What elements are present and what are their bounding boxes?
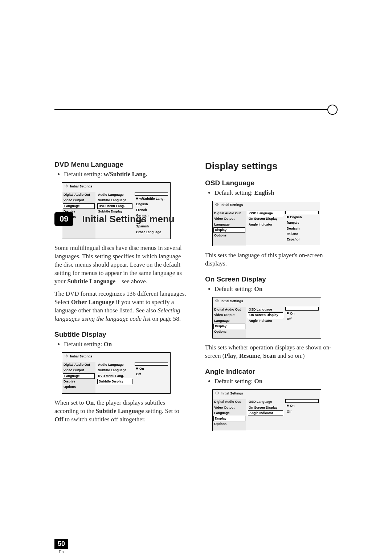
osd-language-heading: OSD Language <box>205 179 338 187</box>
eye-icon <box>215 203 219 207</box>
osd-setting-item: Angle Indicator <box>248 410 283 416</box>
osd-title: Initial Settings <box>62 353 170 362</box>
on-screen-display-heading: On Screen Display <box>205 275 338 283</box>
osd-nav-item: Video Output <box>62 368 95 373</box>
eye-icon <box>64 354 69 358</box>
osd-setting-item: DVD Menu Lang. <box>97 203 132 209</box>
osd-option: Español <box>285 237 321 242</box>
osd-setting-item: On Screen Display <box>247 405 284 410</box>
osd-nav-item: Digital Audio Out <box>62 362 95 368</box>
osd-angle-indicator: Initial SettingsDigital Audio OutVideo O… <box>212 389 321 431</box>
osd-option: On <box>285 311 321 316</box>
osd-nav-item: Language <box>63 203 95 209</box>
svg-point-3 <box>217 300 218 301</box>
osd-option: Italiano <box>285 231 321 237</box>
osd-on-screen-display: Initial SettingsDigital Audio OutVideo O… <box>212 297 321 339</box>
right-column: Display settings OSD Language Default se… <box>205 161 338 436</box>
osd-nav-item: Language <box>63 373 95 379</box>
angle-indicator-heading: Angle Indicator <box>205 368 338 376</box>
chapter-title: Initial Settings menu <box>82 214 174 225</box>
display-settings-heading: Display settings <box>205 161 338 172</box>
osd-nav-item: Language <box>213 222 246 227</box>
osd-setting-item: Audio Language <box>97 362 133 368</box>
osd-option: On <box>285 403 321 409</box>
eye-icon <box>215 299 219 303</box>
osd-nav-item: Video Output <box>62 198 95 203</box>
osd-setting-item: OSD Language <box>247 399 284 405</box>
osd-option: English <box>135 202 170 207</box>
page-number-box: 50 <box>54 539 68 549</box>
osd-setting-item: Audio Language <box>97 192 133 198</box>
osd-dvd-menu: Initial SettingsDigital Audio OutVideo O… <box>62 182 171 239</box>
osd-setting-item: Subtitle Language <box>97 368 133 373</box>
page-number: 50 En <box>54 539 68 554</box>
osd-osd-language: Initial SettingsDigital Audio OutVideo O… <box>212 201 321 246</box>
osd-nav-item: Options <box>213 233 246 238</box>
osd-nav-item: Display <box>213 416 245 421</box>
eye-icon <box>64 184 69 189</box>
eye-icon <box>215 391 219 396</box>
on-screen-display-para: This sets whether operation displays are… <box>205 344 338 360</box>
chapter-header: 09 Initial Settings menu <box>54 212 175 226</box>
osd-nav-item: Digital Audio Out <box>62 192 95 198</box>
svg-point-1 <box>66 356 67 357</box>
osd-language-default: Default setting: English <box>215 189 338 197</box>
osd-nav-item: Video Output <box>213 312 246 318</box>
osd-setting-item: Subtitle Display <box>97 379 132 384</box>
angle-indicator-default: Default setting: On <box>215 378 338 385</box>
osd-title: Initial Settings <box>213 390 321 399</box>
osd-option: On <box>135 366 170 372</box>
osd-option: Other Language <box>135 230 170 235</box>
osd-nav-item: Video Output <box>213 405 246 410</box>
left-column: DVD Menu Language Default setting: w/Sub… <box>54 161 187 436</box>
osd-nav-item: Digital Audio Out <box>213 211 246 216</box>
osd-nav-item: Video Output <box>213 216 246 222</box>
subtitle-display-default: Default setting: On <box>64 341 187 348</box>
osd-option: English <box>285 215 321 220</box>
osd-setting-item: OSD Language <box>248 211 283 216</box>
osd-nav-item: Language <box>213 318 246 324</box>
osd-nav-item: Options <box>62 384 95 390</box>
osd-setting-item: OSD Language <box>247 307 284 312</box>
osd-option: Off <box>285 316 321 322</box>
osd-setting-item: Angle Indicator <box>247 222 284 227</box>
osd-nav-item: Options <box>213 329 246 335</box>
osd-option: Deutsch <box>285 226 321 231</box>
osd-option: Off <box>285 409 321 414</box>
dvd-menu-heading: DVD Menu Language <box>54 161 187 169</box>
osd-title: Initial Settings <box>213 201 321 211</box>
osd-nav-item: Display <box>213 227 245 233</box>
svg-point-0 <box>66 186 67 187</box>
osd-value-frame <box>285 211 319 214</box>
osd-setting-item: DVD Menu Lang. <box>97 373 133 379</box>
dvd-menu-para2: The DVD format recognizes 136 different … <box>54 290 187 323</box>
osd-nav-item: Options <box>213 421 246 427</box>
subtitle-display-heading: Subtitle Display <box>54 331 187 339</box>
osd-nav-item: Digital Audio Out <box>213 307 246 312</box>
header-rule <box>54 109 338 110</box>
osd-title: Initial Settings <box>213 297 321 307</box>
svg-point-2 <box>217 204 218 205</box>
osd-option: Off <box>135 372 170 377</box>
osd-value-frame <box>285 399 319 403</box>
on-screen-display-default: Default setting: On <box>215 285 338 293</box>
osd-setting-item: Angle Indicator <box>247 318 284 324</box>
osd-setting-item: On Screen Display <box>248 312 283 318</box>
subtitle-display-para: When set to On, the player displays subt… <box>54 399 187 424</box>
osd-setting-item: On Screen Display <box>247 216 284 222</box>
dvd-menu-para1: Some multilingual discs have disc menus … <box>54 244 187 286</box>
osd-title: Initial Settings <box>62 183 170 192</box>
page-lang: En <box>54 550 68 554</box>
osd-value-frame <box>135 192 168 196</box>
osd-option: français <box>285 220 321 226</box>
osd-value-frame <box>135 362 168 366</box>
osd-nav-item: Language <box>213 410 246 416</box>
osd-nav-item: Display <box>62 379 95 384</box>
osd-subtitle-display: Initial SettingsDigital Audio OutVideo O… <box>62 352 171 394</box>
osd-setting-item: Subtitle Language <box>97 198 133 203</box>
osd-nav-item: Digital Audio Out <box>213 399 246 405</box>
svg-point-4 <box>217 393 218 394</box>
osd-option: w/Subtitle Lang. <box>135 196 170 202</box>
chapter-number: 09 <box>54 212 73 226</box>
osd-language-para: This sets the language of this player's … <box>205 251 338 268</box>
